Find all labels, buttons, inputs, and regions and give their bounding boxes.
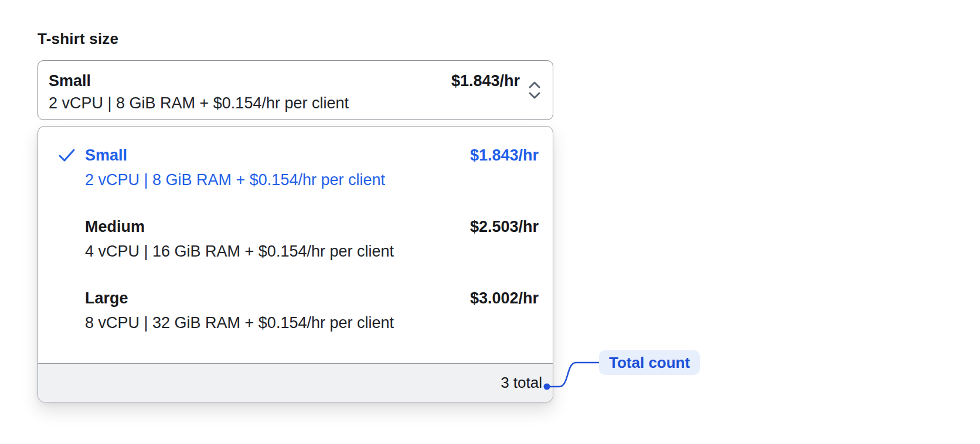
tshirt-size-field: T-shirt size Small $1.843/hr 2 vCPU | 8 … — [38, 30, 553, 402]
option-price: $3.002/hr — [470, 288, 539, 308]
options-list: Small $1.843/hr 2 vCPU | 8 GiB RAM + $0.… — [38, 127, 553, 363]
option-specs: 4 vCPU | 16 GiB RAM + $0.154/hr per clie… — [85, 241, 539, 261]
option-name: Large — [85, 288, 470, 308]
annotation-pill: Total count — [599, 350, 700, 375]
option-price: $2.503/hr — [470, 217, 539, 237]
option-specs: 8 vCPU | 32 GiB RAM + $0.154/hr per clie… — [85, 313, 539, 333]
trigger-row: Small $1.843/hr — [49, 71, 520, 91]
total-count: 3 total — [501, 374, 542, 392]
checkmark-icon — [58, 145, 85, 165]
option-medium[interactable]: Medium $2.503/hr 4 vCPU | 16 GiB RAM + $… — [58, 217, 539, 261]
option-name: Medium — [85, 217, 470, 237]
size-options-panel: Small $1.843/hr 2 vCPU | 8 GiB RAM + $0.… — [38, 126, 553, 402]
trigger-selected-name: Small — [49, 71, 451, 91]
trigger-selected-price: $1.843/hr — [451, 71, 520, 91]
option-small[interactable]: Small $1.843/hr 2 vCPU | 8 GiB RAM + $0.… — [58, 145, 539, 190]
option-price: $1.843/hr — [470, 145, 539, 165]
option-name: Small — [85, 145, 470, 165]
size-select-trigger[interactable]: Small $1.843/hr 2 vCPU | 8 GiB RAM + $0.… — [38, 60, 553, 120]
option-large[interactable]: Large $3.002/hr 8 vCPU | 32 GiB RAM + $0… — [58, 288, 539, 333]
field-label: T-shirt size — [38, 30, 553, 47]
panel-footer: 3 total — [38, 363, 553, 402]
trigger-selected-specs: 2 vCPU | 8 GiB RAM + $0.154/hr per clien… — [49, 93, 520, 113]
checkmark-icon — [58, 288, 85, 308]
checkmark-icon — [58, 217, 85, 237]
option-specs: 2 vCPU | 8 GiB RAM + $0.154/hr per clien… — [85, 170, 539, 190]
chevron-up-down-icon — [526, 78, 543, 102]
